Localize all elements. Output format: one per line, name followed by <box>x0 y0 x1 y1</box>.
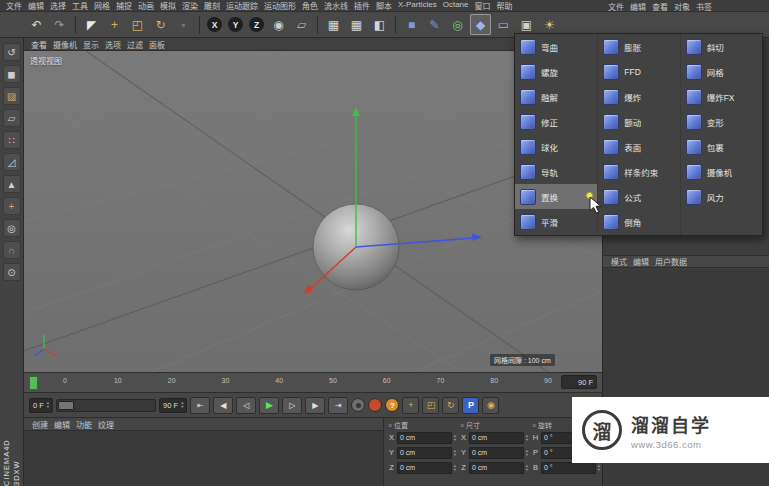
deformer-menu-item[interactable]: 风力 <box>681 184 762 209</box>
viewport-menu-item[interactable]: 选项 <box>102 39 124 50</box>
deformer-menu-item[interactable]: 融解 <box>515 84 597 109</box>
enable-axis-icon[interactable]: + <box>3 197 21 215</box>
viewport-menu-item[interactable]: 面板 <box>146 39 168 50</box>
menu-handle-icon[interactable]: ≡ <box>460 422 464 429</box>
polygons-mode-icon[interactable]: ▲ <box>3 175 21 193</box>
edges-mode-icon[interactable]: ◿ <box>3 153 21 171</box>
stepper-icon[interactable]: ▴▾ <box>454 434 456 442</box>
stepper-icon[interactable]: ▴▾ <box>526 434 528 442</box>
record-scale-icon[interactable]: ◰ <box>422 397 439 414</box>
record-pla-icon[interactable]: ◉ <box>482 397 499 414</box>
coordinate-system-icon[interactable]: ◉ <box>268 14 289 35</box>
timeline-end-field[interactable]: 90 F <box>561 375 597 389</box>
next-key-button[interactable]: ▶ <box>305 397 325 414</box>
menu-item[interactable]: 脚本 <box>373 0 395 11</box>
coordinate-input[interactable]: 0 cm <box>469 432 524 444</box>
viewport-menu-item[interactable]: 过滤 <box>124 39 146 50</box>
material-menu-item[interactable]: 纹理 <box>95 419 117 430</box>
deformer-menu-item[interactable]: 变形 <box>681 109 762 134</box>
stepper-icon[interactable]: ▴▾ <box>526 449 528 457</box>
menu-item[interactable]: 编辑 <box>25 0 47 11</box>
texture-mode-icon[interactable]: ▨ <box>3 87 21 105</box>
render-view-icon[interactable]: ▦ <box>323 14 344 35</box>
rotate-tool-icon[interactable]: ↻ <box>150 14 171 35</box>
timeline-ruler[interactable]: 0102030405060708090 90 F <box>24 372 602 392</box>
prev-key-button[interactable]: ◀ <box>213 397 233 414</box>
deformer-menu-item[interactable]: 斜切 <box>681 34 762 59</box>
goto-end-button[interactable]: ⇥ <box>328 397 348 414</box>
menu-handle-icon[interactable]: ≡ <box>388 422 392 429</box>
environment-icon[interactable]: ▭ <box>493 14 514 35</box>
enable-snap-icon[interactable]: ∩ <box>3 241 21 259</box>
menu-item[interactable]: 窗口 <box>471 0 493 11</box>
attribute-menu-item[interactable]: 用户数据 <box>652 256 690 267</box>
spline-pen-icon[interactable]: ✎ <box>424 14 445 35</box>
next-frame-button[interactable]: ▷ <box>282 397 302 414</box>
render-picture-viewer-icon[interactable]: ▦ <box>346 14 367 35</box>
deformer-icon[interactable]: ◆ <box>470 14 491 35</box>
z-axis-lock-icon[interactable]: Z <box>249 17 264 32</box>
menu-item[interactable]: 工具 <box>69 0 91 11</box>
prev-frame-button[interactable]: ◁ <box>236 397 256 414</box>
attribute-menu-item[interactable]: 编辑 <box>630 256 652 267</box>
menu-item[interactable]: 选择 <box>47 0 69 11</box>
panel-menu-item[interactable]: 编辑 <box>627 1 649 12</box>
attribute-menu-item[interactable]: 模式 <box>608 256 630 267</box>
menu-item[interactable]: 文件 <box>3 0 25 11</box>
primitive-cube-icon[interactable]: ■ <box>401 14 422 35</box>
subdivision-surface-icon[interactable]: ◎ <box>447 14 468 35</box>
record-rotation-icon[interactable]: ↻ <box>442 397 459 414</box>
help-icon[interactable]: ? <box>385 398 399 412</box>
menu-item[interactable]: 流水线 <box>321 0 351 11</box>
undo-icon[interactable]: ↶ <box>26 14 47 35</box>
camera-icon[interactable]: ▣ <box>516 14 537 35</box>
menu-handle-icon[interactable]: ≡ <box>532 422 536 429</box>
coordinate-input[interactable]: 0 cm <box>397 432 452 444</box>
record-keyframe-icon[interactable]: + <box>402 397 419 414</box>
menu-item[interactable]: 运动跟踪 <box>223 0 261 11</box>
deformer-menu-item[interactable]: 平滑 <box>515 209 597 234</box>
y-axis-lock-icon[interactable]: Y <box>228 17 243 32</box>
deformer-menu-item[interactable]: 导轨 <box>515 159 597 184</box>
deformer-menu-item[interactable]: 公式 <box>598 184 679 209</box>
viewport-menu-item[interactable]: 摄像机 <box>50 39 80 50</box>
panel-menu-item[interactable]: 文件 <box>605 1 627 12</box>
menu-item[interactable]: 动画 <box>135 0 157 11</box>
coordinate-input[interactable]: 0 ° <box>541 462 596 474</box>
deformer-menu-item[interactable]: 弯曲 <box>515 34 597 59</box>
play-button[interactable]: ▶ <box>259 397 279 414</box>
points-mode-icon[interactable]: ∷ <box>3 131 21 149</box>
menu-item[interactable]: 帮助 <box>493 0 515 11</box>
coordinate-input[interactable]: 0 cm <box>469 462 524 474</box>
menu-item[interactable]: 捕捉 <box>113 0 135 11</box>
stepper-icon[interactable]: ▴▾ <box>181 401 183 409</box>
convert-editable-icon[interactable]: ↺ <box>3 43 21 61</box>
material-menu-item[interactable]: 创建 <box>29 419 51 430</box>
live-selection-icon[interactable]: ◤ <box>81 14 102 35</box>
menu-item[interactable]: 运动图形 <box>261 0 299 11</box>
deformer-menu-item[interactable]: 摄像机 <box>681 159 762 184</box>
material-menu-item[interactable]: 编辑 <box>51 419 73 430</box>
deformer-menu-item[interactable]: 螺旋 <box>515 59 597 84</box>
render-settings-icon[interactable]: ◧ <box>369 14 390 35</box>
stepper-icon[interactable]: ▴▾ <box>526 464 528 472</box>
menu-item[interactable]: 网格 <box>91 0 113 11</box>
deformer-menu-item[interactable]: 球化 <box>515 134 597 159</box>
viewport-menu-item[interactable]: 显示 <box>80 39 102 50</box>
deformer-menu-item[interactable]: 膨胀 <box>598 34 679 59</box>
last-tool-icon[interactable]: ◦ <box>173 14 194 35</box>
menu-item[interactable]: 模拟 <box>157 0 179 11</box>
goto-start-button[interactable]: ⇤ <box>190 397 210 414</box>
panel-menu-item[interactable]: 对象 <box>671 1 693 12</box>
model-mode-icon[interactable]: ◼ <box>3 65 21 83</box>
menu-item[interactable]: X-Particles <box>395 0 440 11</box>
menu-item[interactable]: 渲染 <box>179 0 201 11</box>
deformer-menu-item[interactable]: 颤动 <box>598 109 679 134</box>
redo-icon[interactable]: ↷ <box>49 14 70 35</box>
deformer-menu-item[interactable]: 置换 <box>515 184 597 209</box>
deformer-menu-item[interactable]: 网格 <box>681 59 762 84</box>
x-axis-lock-icon[interactable]: X <box>207 17 222 32</box>
record-parameter-icon[interactable]: P <box>462 397 479 414</box>
coordinate-input[interactable]: 0 cm <box>397 462 452 474</box>
menu-item[interactable]: 角色 <box>299 0 321 11</box>
